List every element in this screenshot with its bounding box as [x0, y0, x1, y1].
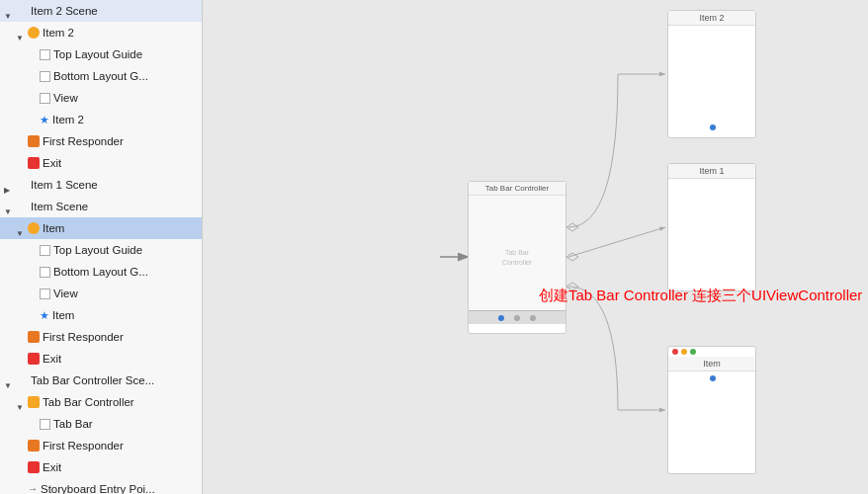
sidebar-label-first-responder: First Responder [43, 328, 124, 346]
sidebar-item-item2[interactable]: Item 2 [0, 22, 202, 43]
node-icon-item-node: ★ [40, 306, 49, 324]
sidebar-item-tab-bar[interactable]: Tab Bar [0, 413, 202, 435]
blue-dot-top [710, 124, 716, 130]
triangle-icon-item1-scene [4, 180, 14, 190]
tab-dot-3 [530, 315, 536, 321]
sidebar-item-storyboard-entry[interactable]: →Storyboard Entry Poi... [0, 478, 202, 494]
sidebar-item-item-node[interactable]: ★Item [0, 304, 202, 326]
scene-item2: Item 2 [667, 10, 756, 138]
sidebar-item-first-responder-tb[interactable]: First Responder [0, 435, 202, 456]
scene-item-statusdots [668, 347, 755, 357]
scene-item: Item [667, 346, 756, 474]
triangle-icon-first-responder [16, 332, 26, 342]
sidebar-item-first-responder-2[interactable]: First Responder [0, 130, 202, 152]
sidebar-label-storyboard-entry: Storyboard Entry Poi... [41, 480, 155, 494]
sidebar-item-bottom-layout[interactable]: Bottom Layout G... [0, 261, 202, 283]
node-icon-first-responder [28, 331, 40, 343]
tabbar-center-label: Tab BarController [502, 248, 532, 268]
tab-dot-1 [498, 315, 504, 321]
node-icon-bottom-layout [40, 267, 50, 278]
svg-marker-4 [566, 253, 578, 261]
tab-dot-2 [514, 315, 520, 321]
sidebar-label-item: Item [43, 219, 64, 237]
triangle-icon-top-layout-guide-2 [28, 49, 38, 59]
sidebar-item-item2-scene[interactable]: Item 2 Scene [0, 0, 202, 22]
scene-item2-header: Item 2 [668, 11, 755, 26]
sidebar-label-view-2: View [53, 89, 78, 107]
sidebar-label-item2-node: Item 2 [52, 111, 84, 128]
sidebar-item-tabbar-scene[interactable]: Tab Bar Controller Sce... [0, 370, 202, 391]
node-icon-tabbar-controller [28, 396, 40, 408]
sidebar-item-first-responder[interactable]: First Responder [0, 326, 202, 348]
sidebar-label-tab-bar: Tab Bar [53, 415, 93, 433]
sidebar-label-item2-scene: Item 2 Scene [31, 2, 98, 20]
dot-yellow [681, 349, 687, 355]
triangle-icon-exit [16, 354, 26, 364]
triangle-icon-first-responder-tb [16, 441, 26, 451]
triangle-icon-exit-tb [16, 462, 26, 472]
sidebar-item-tabbar-controller[interactable]: Tab Bar Controller [0, 391, 202, 413]
sidebar-item-view-2[interactable]: View [0, 87, 202, 109]
sidebar-label-item1-scene: Item 1 Scene [31, 176, 98, 194]
triangle-icon-bottom-layout-2 [28, 71, 38, 81]
node-icon-view [40, 288, 50, 299]
node-icon-bottom-layout-2 [40, 71, 50, 82]
triangle-icon-first-responder-2 [16, 136, 26, 146]
node-icon-first-responder-tb [28, 440, 40, 452]
triangle-icon-item-scene [4, 202, 14, 211]
node-icon-item2 [28, 27, 40, 39]
sidebar-item-top-layout-guide[interactable]: Top Layout Guide [0, 239, 202, 261]
dot-green [690, 349, 696, 355]
node-icon-item-scene [16, 201, 28, 212]
sidebar-label-tabbar-scene: Tab Bar Controller Sce... [31, 371, 154, 389]
node-icon-storyboard-entry: → [28, 480, 38, 494]
sidebar-label-top-layout-guide-2: Top Layout Guide [53, 45, 142, 63]
node-icon-top-layout-guide-2 [40, 49, 50, 60]
scene-item-header: Item [668, 357, 755, 371]
node-icon-exit-tb [28, 461, 40, 473]
sidebar-item-exit-tb[interactable]: Exit [0, 456, 202, 478]
triangle-icon-exit-2 [16, 158, 26, 168]
sidebar-item-bottom-layout-2[interactable]: Bottom Layout G... [0, 65, 202, 87]
scene-item1: Item 1 [667, 163, 756, 291]
sidebar-label-first-responder-2: First Responder [43, 132, 124, 150]
node-icon-item [28, 222, 40, 234]
triangle-icon-storyboard-entry [16, 484, 26, 494]
triangle-icon-item2-scene [4, 6, 14, 16]
node-icon-first-responder-2 [28, 135, 40, 147]
triangle-icon-bottom-layout [28, 267, 38, 277]
triangle-icon-tabbar-controller [16, 397, 26, 407]
node-icon-exit-2 [28, 157, 40, 169]
sidebar-label-top-layout-guide: Top Layout Guide [53, 241, 142, 259]
dot-red [672, 349, 678, 355]
blue-dot-bottom [710, 375, 716, 381]
sidebar-item-view[interactable]: View [0, 283, 202, 304]
triangle-icon-item [16, 223, 26, 233]
triangle-icon-top-layout-guide [28, 245, 38, 255]
scene-tabbar: Tab Bar Controller Tab BarController [468, 181, 566, 334]
sidebar-item-item-scene[interactable]: Item Scene [0, 196, 202, 217]
sidebar-label-item2: Item 2 [43, 24, 74, 41]
sidebar-label-exit-tb: Exit [43, 458, 61, 476]
node-icon-item1-scene [16, 179, 28, 191]
triangle-icon-item-node [28, 310, 38, 320]
scene-tabbar-header: Tab Bar Controller [469, 182, 565, 196]
node-icon-item2-node: ★ [40, 111, 49, 128]
sidebar-item-top-layout-guide-2[interactable]: Top Layout Guide [0, 43, 202, 65]
sidebar-item-exit-2[interactable]: Exit [0, 152, 202, 174]
triangle-icon-view [28, 288, 38, 298]
sidebar-item-item[interactable]: Item [0, 217, 202, 239]
sidebar-label-item-scene: Item Scene [31, 198, 88, 215]
sidebar-label-item-node: Item [52, 306, 74, 324]
sidebar-label-first-responder-tb: First Responder [43, 437, 124, 454]
triangle-icon-item2 [16, 28, 26, 38]
triangle-icon-tabbar-scene [4, 375, 14, 385]
triangle-icon-view-2 [28, 93, 38, 103]
sidebar-item-item2-node[interactable]: ★Item 2 [0, 109, 202, 130]
node-icon-tab-bar [40, 419, 50, 430]
canvas: Item 2 Item 1 Item Tab Bar Controller [203, 0, 868, 494]
sidebar-item-exit[interactable]: Exit [0, 348, 202, 370]
sidebar-label-view: View [53, 285, 78, 302]
sidebar-item-item1-scene[interactable]: Item 1 Scene [0, 174, 202, 196]
sidebar-label-tabbar-controller: Tab Bar Controller [43, 393, 134, 411]
